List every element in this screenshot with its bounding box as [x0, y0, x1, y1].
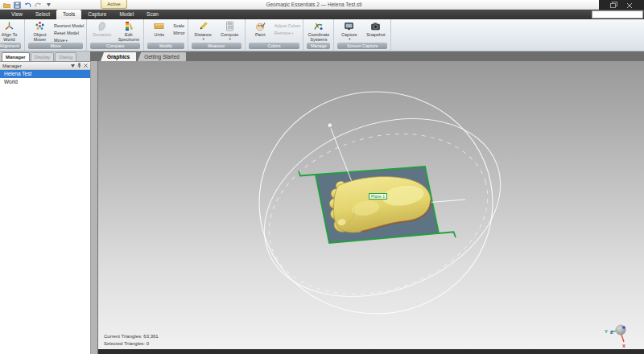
menu-tab-select[interactable]: Select: [29, 10, 56, 19]
ribbon-button-label: Adjust Colors: [275, 23, 301, 29]
ribbon-group-screen-capture: Capture▾SnapshotScreen Capture: [334, 19, 391, 51]
ribbon-button-adjust-colors[interactable]: Adjust Colors: [275, 23, 301, 29]
ribbon-button-label: Scale: [173, 23, 184, 29]
tree-item-world[interactable]: World: [0, 78, 90, 86]
ribbon-button-label: Edit Spectrums: [116, 32, 141, 42]
ribbon-button-label: Coordinate Systems: [306, 32, 331, 42]
plane-1-label: Plane 1: [369, 193, 387, 200]
paint-icon: [255, 21, 266, 31]
ribbon-button-distance[interactable]: Distance▾: [191, 21, 216, 41]
chevron-down-icon[interactable]: [71, 64, 75, 68]
ribbon-button-reset-model[interactable]: Reset Model: [54, 30, 84, 36]
ribbon-button-remove[interactable]: Remove▾: [275, 30, 301, 36]
open-icon[interactable]: [2, 1, 10, 9]
quick-access-toolbar: [2, 1, 52, 9]
units-icon: [154, 21, 164, 31]
ribbon-button-label: Reorient Model: [54, 23, 84, 29]
ribbon-group-colors: PaintAdjust ColorsRemove▾Colors: [246, 19, 304, 51]
ribbon-button-label: Paint: [255, 32, 266, 37]
snapshot-icon: [370, 21, 381, 31]
menu-tab-scan[interactable]: Scan: [140, 10, 165, 19]
workspace-tab-strip: GraphicsGetting Started: [90, 51, 644, 61]
close-icon[interactable]: [84, 64, 88, 68]
ribbon-button-label: Align To World: [0, 32, 22, 42]
ribbon-button-label: Object Mover: [27, 32, 52, 42]
panel-tab-strip: ManagerDisplayDialog: [0, 51, 90, 61]
ribbon-button-label: Mirror: [173, 30, 184, 36]
panel-tab-display[interactable]: Display: [31, 52, 55, 61]
axis-label-y: Y: [605, 329, 608, 334]
ribbon-group-alignment: Align To WorldAlignment: [0, 19, 25, 51]
more-icon[interactable]: [44, 1, 52, 9]
ribbon-group-chip: Manage: [307, 43, 330, 49]
menu-tab-tools[interactable]: Tools: [56, 10, 81, 19]
manipulator-handle[interactable]: [328, 123, 332, 128]
close-window-icon[interactable]: [626, 0, 633, 7]
deviation-icon: [97, 21, 107, 31]
ribbon-button-label: Reset Model: [54, 30, 79, 36]
search-box: [592, 10, 643, 19]
menu-tab-capture[interactable]: Capture: [81, 10, 113, 19]
ribbon-button-deviation[interactable]: Deviation: [89, 21, 114, 37]
window-controls: [599, 0, 644, 10]
window-bottom-edge: [98, 349, 644, 354]
ribbon-group-modify: UnitsScaleMirrorModify: [144, 19, 188, 51]
panel-splitter[interactable]: [90, 61, 98, 354]
ribbon-group-measure: Distance▾Compute▾Measure: [188, 19, 246, 51]
axis-triad[interactable]: Y Z X: [605, 325, 626, 349]
distance-icon: [198, 21, 208, 31]
ribbon-group-chip: Compare: [90, 43, 140, 49]
pin-icon[interactable]: [77, 63, 81, 69]
ribbon-button-snapshot[interactable]: Snapshot: [363, 21, 388, 37]
ribbon-button-label: Deviation: [93, 32, 111, 37]
ribbon-group-manage: Coordinate Systems▾Manage: [303, 19, 334, 51]
ribbon-group-chip: Move: [28, 43, 83, 49]
triangle-count-status: Current Triangles: 63,361Selected Triang…: [104, 333, 159, 348]
coordinate-systems-icon: [313, 21, 324, 31]
ribbon-group-compare: DeviationEdit Spectrums▾Compare: [87, 19, 144, 51]
dropdown-caret-icon: ▾: [291, 31, 293, 35]
object-mover-icon: [35, 21, 45, 31]
ribbon-button-label: Units: [155, 32, 165, 37]
axis-triad-icon: [4, 21, 14, 31]
plane-corner-handle-br[interactable]: [439, 232, 456, 237]
ribbon-button-paint[interactable]: Paint: [248, 21, 273, 37]
ribbon-group-chip: Screen Capture: [337, 43, 387, 49]
ribbon-button-label: Remove: [275, 30, 291, 36]
save-icon[interactable]: [13, 1, 21, 9]
ribbon-button-scale[interactable]: Scale: [173, 23, 184, 29]
restore-window-icon[interactable]: [610, 0, 617, 7]
model-tree: Helena TestWorld: [0, 70, 90, 86]
active-document-tab[interactable]: Active: [101, 0, 127, 9]
tree-item-helena-test[interactable]: Helena Test: [0, 70, 90, 78]
ribbon-group-move: Object MoverReorient ModelReset ModelMov…: [25, 19, 87, 51]
3d-scene[interactable]: Y Z X: [98, 61, 644, 349]
plane-corner-handle-tl[interactable]: [299, 171, 316, 176]
axis-label-z: Z: [610, 330, 613, 335]
ribbon-button-object-mover[interactable]: Object Mover: [27, 21, 52, 42]
redo-icon[interactable]: [34, 1, 42, 9]
panel-tab-dialog[interactable]: Dialog: [55, 52, 76, 61]
workspace-tab-graphics[interactable]: Graphics: [101, 52, 136, 61]
menu-tab-model[interactable]: Model: [113, 10, 140, 19]
panel-tab-manager[interactable]: Manager: [2, 52, 30, 61]
ribbon-button-capture[interactable]: Capture▾: [336, 21, 361, 41]
ribbon-group-chip: Colors: [249, 43, 300, 49]
undo-icon[interactable]: [23, 1, 31, 9]
ribbon-group-chip: Alignment: [0, 43, 21, 49]
workspace-tab-getting-started[interactable]: Getting Started: [138, 52, 186, 61]
ribbon-button-compute[interactable]: Compute▾: [217, 21, 242, 41]
ribbon-group-chip: Modify: [147, 43, 184, 49]
ribbon-button-mirror[interactable]: Mirror: [173, 30, 184, 36]
manager-panel-header: Manager: [0, 62, 90, 70]
manager-panel: Manager Helena TestWorld: [0, 61, 90, 354]
window-title: Geomagic Essentials 2 — Helena Test.stl: [145, 2, 483, 7]
ribbon-button-align-to-world[interactable]: Align To World: [0, 21, 22, 42]
dropdown-caret-icon: ▾: [229, 37, 231, 41]
menu-tab-view[interactable]: View: [5, 10, 29, 19]
ribbon-button-reorient-model[interactable]: Reorient Model: [54, 23, 84, 29]
ribbon-button-units[interactable]: Units: [147, 21, 171, 37]
dropdown-caret-icon: ▾: [203, 37, 204, 41]
graphics-viewport[interactable]: Y Z X Plane 1 Current Triangles: 63,361S…: [98, 61, 644, 349]
ribbon-button-label: Snapshot: [366, 32, 385, 37]
